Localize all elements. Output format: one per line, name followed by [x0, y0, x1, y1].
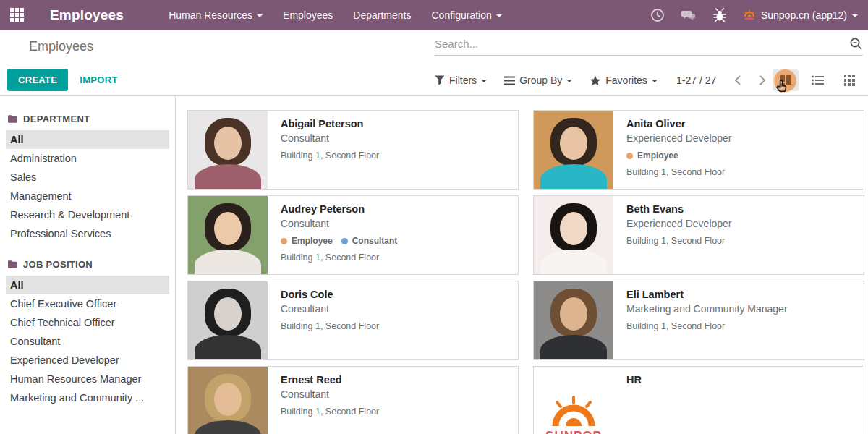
sidebar-item-research-development[interactable]: Research & Development — [6, 205, 169, 224]
employee-info: HR — [613, 367, 652, 434]
tag-color-dot — [341, 238, 348, 244]
employee-info: Doris Cole ConsultantBuilding 1, Second … — [268, 281, 389, 359]
group-by-button[interactable]: Group By — [504, 75, 572, 86]
sidebar-item-management[interactable]: Management — [6, 187, 169, 205]
sidebar-item-all[interactable]: All — [6, 276, 169, 294]
employee-card-abigail-peterson[interactable]: Abigail Peterson ConsultantBuilding 1, S… — [187, 110, 519, 190]
chevron-down-icon — [852, 14, 858, 17]
employee-job-title: Experienced Developer — [626, 218, 732, 229]
employee-location: Building 1, Second Floor — [626, 236, 732, 246]
search-icon[interactable] — [849, 37, 863, 51]
chevron-down-icon — [257, 14, 263, 17]
menu-item-configuration[interactable]: Configuration — [432, 9, 502, 21]
sidebar-item-consultant[interactable]: Consultant — [6, 332, 169, 351]
employee-location: Building 1, Second Floor — [281, 321, 379, 331]
sidebar-item-professional-services[interactable]: Professional Services — [6, 224, 169, 243]
messages-icon[interactable] — [681, 8, 697, 22]
user-menu[interactable]: Sunpop.cn (app12) — [743, 9, 858, 21]
top-navbar: Employees Human ResourcesEmployeesDepart… — [0, 0, 868, 30]
employee-job-title: Consultant — [281, 388, 379, 400]
employee-info: Audrey Peterson Consultant Employee Cons… — [268, 196, 407, 274]
menu-item-employees[interactable]: Employees — [283, 9, 333, 21]
kanban-content: Abigail Peterson ConsultantBuilding 1, S… — [176, 96, 868, 434]
employee-photo — [534, 196, 613, 274]
sidebar-item-human-resources-manager[interactable]: Human Resources Manager — [6, 370, 169, 388]
employee-job-title: Consultant — [281, 218, 397, 229]
sidebar-item-marketing-and-community[interactable]: Marketing and Community ... — [6, 388, 169, 407]
employee-card-ernest-reed[interactable]: Ernest Reed ConsultantBuilding 1, Second… — [187, 366, 519, 434]
sidebar-item-chief-technical-officer[interactable]: Chief Technical Officer — [6, 313, 169, 332]
filters-button[interactable]: Filters — [435, 75, 487, 86]
employee-location: Building 1, Second Floor — [281, 407, 379, 417]
pager-previous-button[interactable] — [731, 73, 745, 88]
pager-value: 1-27 / 27 — [676, 75, 716, 86]
chevron-down-icon — [566, 80, 572, 82]
sidebar-item-experienced-developer[interactable]: Experienced Developer — [6, 351, 169, 370]
sidebar-item-chief-executive-officer[interactable]: Chief Executive Officer — [6, 294, 169, 313]
employee-location: Building 1, Second Floor — [281, 252, 397, 263]
employee-card-anita-oliver[interactable]: Anita Oliver Experienced Developer Emplo… — [533, 110, 864, 190]
apps-grid-icon[interactable] — [10, 8, 24, 22]
section-header: DEPARTMENT — [6, 114, 169, 124]
list-view-button[interactable] — [804, 69, 830, 91]
employee-job-title: Marketing and Community Manager — [626, 303, 788, 315]
employee-photo — [188, 367, 268, 434]
employee-card-hr[interactable]: SUNPOP HR — [533, 366, 864, 434]
company-logo-icon — [743, 9, 756, 20]
employee-card-doris-cole[interactable]: Doris Cole ConsultantBuilding 1, Second … — [187, 281, 519, 360]
employee-name: Eli Lambert — [626, 289, 788, 300]
grid-view-button[interactable] — [836, 69, 862, 91]
kanban-view-button[interactable] — [773, 69, 799, 91]
view-switcher — [773, 67, 862, 93]
employee-location: Building 1, Second Floor — [281, 150, 379, 161]
favorites-label: Favorites — [605, 75, 647, 86]
employee-name: Audrey Peterson — [281, 203, 397, 215]
sidebar-item-sales[interactable]: Sales — [6, 168, 169, 187]
employee-photo — [534, 111, 613, 189]
sidebar-item-administration[interactable]: Administration — [6, 149, 169, 168]
employee-photo — [188, 196, 268, 274]
sidebar-item-all[interactable]: All — [6, 130, 169, 149]
folder-icon — [8, 260, 17, 268]
list-view-icon — [812, 75, 824, 85]
employee-info: Ernest Reed ConsultantBuilding 1, Second… — [268, 367, 389, 434]
section-header: JOB POSITION — [6, 259, 169, 270]
employee-card-audrey-peterson[interactable]: Audrey Peterson Consultant Employee Cons… — [187, 195, 519, 275]
filter-sidebar: DEPARTMENTAllAdministrationSalesManageme… — [0, 96, 176, 434]
sidebar-section-department: DEPARTMENTAllAdministrationSalesManageme… — [6, 114, 169, 243]
search-input[interactable] — [435, 38, 849, 50]
employee-location: Building 1, Second Floor — [626, 321, 788, 331]
activities-clock-icon[interactable] — [650, 8, 665, 22]
employee-location: Building 1, Second Floor — [626, 167, 732, 177]
employee-photo — [188, 111, 268, 189]
top-menu: Human ResourcesEmployeesDepartmentsConfi… — [169, 9, 502, 21]
tag-employee: Employee — [626, 150, 678, 161]
employee-name: Doris Cole — [281, 289, 379, 300]
employee-job-title: Experienced Developer — [626, 132, 732, 144]
tag-color-dot — [626, 153, 633, 159]
import-button[interactable]: IMPORT — [80, 75, 117, 85]
sun-logo-icon — [545, 394, 602, 429]
folder-icon — [8, 115, 17, 123]
employee-job-title: Consultant — [281, 303, 379, 315]
favorites-button[interactable]: Favorites — [590, 75, 658, 86]
pager-next-button[interactable] — [755, 73, 770, 88]
user-name: Sunpop.cn (app12) — [761, 9, 847, 21]
employee-card-eli-lambert[interactable]: Eli Lambert Marketing and Community Mana… — [533, 281, 864, 360]
group-by-label: Group By — [519, 75, 562, 86]
menu-item-departments[interactable]: Departments — [353, 9, 411, 21]
debug-bug-icon[interactable] — [712, 8, 727, 22]
breadcrumb: Employees — [29, 39, 93, 54]
menu-item-human-resources[interactable]: Human Resources — [169, 9, 263, 21]
app-title: Employees — [50, 7, 124, 23]
employee-info: Eli Lambert Marketing and Community Mana… — [613, 281, 798, 359]
create-button[interactable]: CREATE — [7, 69, 68, 91]
employee-name: HR — [626, 374, 642, 386]
chevron-down-icon — [481, 80, 487, 82]
employee-info: Anita Oliver Experienced Developer Emplo… — [613, 111, 742, 189]
employee-card-beth-evans[interactable]: Beth Evans Experienced DeveloperBuilding… — [533, 195, 864, 275]
cursor-hand-icon — [775, 79, 790, 95]
employee-photo — [534, 281, 613, 359]
grid-view-icon — [844, 75, 855, 86]
employee-name: Ernest Reed — [281, 374, 379, 386]
